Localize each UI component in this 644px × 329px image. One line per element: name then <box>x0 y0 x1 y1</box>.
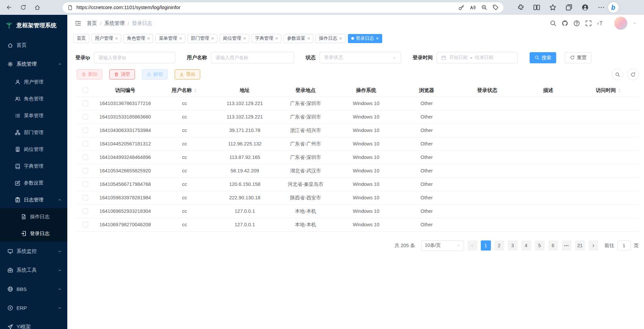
row-checkbox[interactable] <box>83 128 88 133</box>
breadcrumb-item[interactable]: 首页 <box>87 20 97 27</box>
prev-page-button[interactable] <box>467 240 477 251</box>
row-checkbox[interactable] <box>83 155 88 160</box>
sidebar-item-user[interactable]: 用户管理 <box>0 73 67 90</box>
close-tab-icon[interactable]: × <box>115 36 118 41</box>
page-button-3[interactable]: 3 <box>508 240 518 251</box>
page-size-select[interactable]: 10条/页 <box>421 240 464 251</box>
page-button-4[interactable]: 4 <box>521 240 531 251</box>
unlock-button[interactable]: 解锁 <box>142 69 168 79</box>
sidebar-item-menu[interactable]: 菜单管理 <box>0 107 67 124</box>
browser-home-icon[interactable] <box>32 2 43 13</box>
sidebar-item-dept[interactable]: 部门管理 <box>0 124 67 141</box>
sort-icon[interactable] <box>193 88 198 93</box>
row-checkbox[interactable] <box>83 114 88 120</box>
sidebar-item-system[interactable]: 系统管理 <box>0 55 67 73</box>
tab-首页[interactable]: 首页 <box>73 34 89 43</box>
close-tab-icon[interactable]: × <box>211 36 214 41</box>
export-button[interactable]: 导出 <box>175 69 200 79</box>
profile-icon[interactable] <box>581 4 589 11</box>
column-header-9[interactable]: 访问时间 <box>579 84 639 97</box>
extensions-icon[interactable] <box>517 4 524 11</box>
tab-岗位管理[interactable]: 岗位管理× <box>220 34 249 43</box>
close-tab-icon[interactable]: × <box>339 36 342 41</box>
reset-button[interactable]: 重置 <box>565 52 592 63</box>
page-button-6[interactable]: 6 <box>548 240 558 251</box>
row-checkbox[interactable] <box>83 168 88 173</box>
font-size-icon[interactable]: тT <box>597 20 604 27</box>
refresh-icon[interactable] <box>17 2 29 13</box>
row-checkbox[interactable] <box>83 182 88 187</box>
tab-字典管理[interactable]: 字典管理× <box>252 34 281 43</box>
sidebar-item-dict[interactable]: 字典管理 <box>0 158 67 174</box>
question-icon[interactable] <box>573 20 580 27</box>
bing-button[interactable]: b <box>608 2 619 13</box>
tab-操作日志[interactable]: 操作日志× <box>316 34 345 43</box>
row-checkbox[interactable] <box>83 222 88 227</box>
row-checkbox[interactable] <box>83 208 88 214</box>
clear-button[interactable]: 清空 <box>109 69 135 79</box>
page-button-21[interactable]: 21 <box>575 240 585 251</box>
collections-icon[interactable] <box>565 4 573 11</box>
row-checkbox[interactable] <box>83 101 88 106</box>
status-select[interactable]: 登录状态 <box>320 52 401 63</box>
sidebar-item-yi[interactable]: Yi框架 <box>0 317 67 329</box>
close-tab-icon[interactable]: × <box>307 36 310 41</box>
more-pages-button[interactable]: ••• <box>562 240 572 251</box>
sort-icon[interactable] <box>617 88 622 93</box>
chevron-down-icon[interactable] <box>633 21 637 25</box>
page-button-5[interactable]: 5 <box>535 240 545 251</box>
tab-部门管理[interactable]: 部门管理× <box>188 34 217 43</box>
close-tab-icon[interactable]: × <box>243 36 246 41</box>
sidebar-item-tools[interactable]: 系统工具 <box>0 261 67 279</box>
close-tab-icon[interactable]: × <box>147 36 150 41</box>
hamburger-icon[interactable] <box>75 20 81 27</box>
tab-参数设置[interactable]: 参数设置× <box>284 34 313 43</box>
shopping-icon[interactable] <box>493 4 499 10</box>
tab-登录日志[interactable]: 登录日志× <box>348 34 382 43</box>
goto-page-input[interactable] <box>617 240 631 251</box>
close-tab-icon[interactable]: × <box>275 36 278 41</box>
row-checkbox[interactable] <box>83 141 88 146</box>
search-button[interactable]: 搜索 <box>530 52 556 63</box>
date-range-picker[interactable]: 开始日期 - 结束日期 <box>437 52 517 63</box>
key-icon[interactable] <box>458 4 464 10</box>
close-tab-icon[interactable]: × <box>376 36 379 41</box>
page-button-1[interactable]: 1 <box>481 240 491 251</box>
sidebar-item-param[interactable]: 参数设置 <box>0 174 67 191</box>
refresh-table-button[interactable] <box>627 69 639 80</box>
sidebar-item-login-log[interactable]: 登录日志 <box>0 225 67 242</box>
address-bar[interactable]: https://ccnetcore.com:1101/system/log/lo… <box>63 2 503 13</box>
sidebar-item-monitor[interactable]: 系统监控 <box>0 242 67 261</box>
sidebar-item-bbs[interactable]: BBS <box>0 279 67 298</box>
github-icon[interactable] <box>562 20 568 27</box>
sidebar-item-erp[interactable]: ERP <box>0 298 67 317</box>
zoom-out-icon[interactable] <box>481 4 487 10</box>
tab-用户管理[interactable]: 用户管理× <box>92 34 121 43</box>
favorites-icon[interactable] <box>549 4 557 11</box>
sidebar-item-role[interactable]: 角色管理 <box>0 90 67 107</box>
sidebar-item-log[interactable]: 日志管理 <box>0 191 67 208</box>
tab-角色管理[interactable]: 角色管理× <box>123 34 153 43</box>
split-screen-icon[interactable] <box>533 4 540 11</box>
column-header-2[interactable]: 用户名称 <box>155 84 214 97</box>
close-tab-icon[interactable]: × <box>179 36 182 41</box>
fullscreen-icon[interactable] <box>585 20 592 27</box>
avatar[interactable] <box>614 17 628 30</box>
next-page-button[interactable] <box>588 240 599 251</box>
delete-button[interactable]: 删除 <box>77 69 102 79</box>
sidebar-item-home[interactable]: 首页 <box>0 36 67 55</box>
toggle-search-button[interactable] <box>612 69 623 80</box>
sidebar-item-oper-log[interactable]: 操作日志 <box>0 208 67 225</box>
sidebar-item-post[interactable]: 岗位管理 <box>0 141 67 158</box>
breadcrumb-item[interactable]: 系统管理 <box>104 20 124 27</box>
row-checkbox[interactable] <box>83 195 88 200</box>
read-aloud-icon[interactable] <box>470 4 476 10</box>
back-icon[interactable] <box>3 2 15 13</box>
page-button-2[interactable]: 2 <box>494 240 504 251</box>
login-ip-input[interactable] <box>94 52 175 63</box>
user-name-input[interactable] <box>211 52 294 63</box>
select-all-checkbox[interactable] <box>83 88 88 93</box>
search-icon[interactable] <box>550 20 557 27</box>
tab-菜单管理[interactable]: 菜单管理× <box>155 34 185 43</box>
more-icon[interactable] <box>598 4 605 11</box>
